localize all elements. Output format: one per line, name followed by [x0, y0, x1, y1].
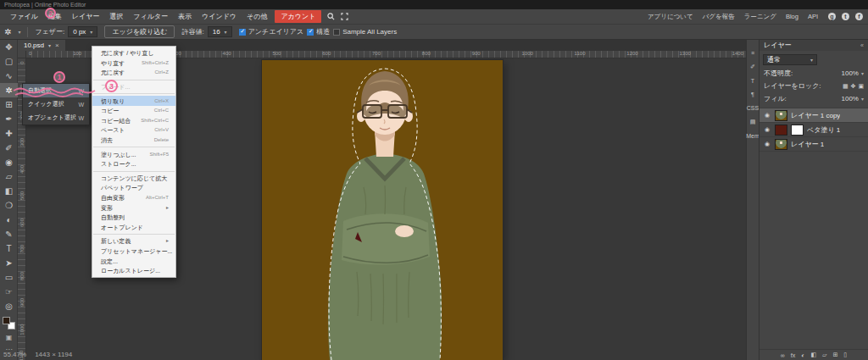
edit-menu-item[interactable]: 切り取り Ctrl+X: [92, 96, 175, 106]
zoom-level[interactable]: 55.47%: [3, 351, 26, 358]
edit-menu-item[interactable]: コピー Ctrl+C: [92, 106, 175, 116]
social-twitter[interactable]: t: [842, 13, 849, 20]
edit-menu-item[interactable]: 自由変形 Alt+Ctrl+T: [92, 193, 175, 203]
tool-path-select[interactable]: ➤: [0, 256, 18, 270]
tool-magic-wand[interactable]: ✲: [0, 83, 18, 97]
folder-icon[interactable]: ▱: [822, 352, 826, 358]
mask-icon[interactable]: ◧: [810, 352, 816, 358]
edit-menu-item[interactable]: 自動整列: [92, 213, 175, 223]
tool-zoom[interactable]: ◎: [0, 299, 18, 313]
layer-thumbnail[interactable]: [775, 125, 787, 136]
effects-icon[interactable]: fx: [791, 352, 795, 358]
menubar-link[interactable]: アプリについて: [648, 13, 693, 21]
flyout-tool-item[interactable]: 自動選択 W: [23, 84, 89, 97]
edit-menu-item[interactable]: 元に戻す Ctrl+Z: [92, 68, 175, 78]
blend-mode-select[interactable]: 通常: [763, 54, 817, 65]
menubar-item[interactable]: 表示: [173, 12, 197, 21]
menubar-link[interactable]: API: [808, 13, 818, 20]
options-checkbox[interactable]: 構造: [307, 27, 330, 36]
tool-hand[interactable]: ☞: [0, 285, 18, 299]
edit-menu-item[interactable]: [93, 93, 175, 94]
tool-brush[interactable]: ✐: [0, 141, 18, 155]
visibility-eye-icon[interactable]: [763, 112, 771, 119]
refine-edge-button[interactable]: エッジを絞り込む: [104, 25, 175, 38]
tool-clone-stamp[interactable]: ◉: [0, 155, 18, 169]
panel-tab-history[interactable]: ≡: [751, 50, 754, 56]
tool-pen[interactable]: ✎: [0, 227, 18, 241]
tool-healing[interactable]: ✚: [0, 126, 18, 141]
panel-tab-css[interactable]: CSS: [747, 105, 759, 111]
opacity-value[interactable]: 100%: [842, 69, 864, 77]
menubar-item[interactable]: ファイル: [5, 12, 43, 21]
social-facebook[interactable]: f: [855, 13, 863, 20]
link-icon[interactable]: ∞: [781, 352, 785, 358]
menubar-link[interactable]: Blog: [786, 13, 798, 20]
menubar-item[interactable]: ウインドウ: [197, 12, 242, 21]
flyout-tool-item[interactable]: クイック選択 W: [23, 97, 89, 111]
edit-menu-item[interactable]: [93, 147, 175, 147]
edit-menu-item[interactable]: プリセットマネージャー...: [92, 246, 175, 257]
layer-mask-thumbnail[interactable]: [791, 125, 804, 136]
edit-menu-item[interactable]: 元に戻す / やり直し: [92, 48, 175, 58]
visibility-eye-icon[interactable]: [763, 141, 771, 147]
lock-all-icon[interactable]: ▣: [858, 83, 864, 90]
flyout-tool-item[interactable]: オブジェクト選択 W: [23, 111, 89, 125]
edit-menu-item[interactable]: ペースト Ctrl+V: [92, 125, 175, 136]
tool-crop[interactable]: ⊞: [0, 97, 18, 112]
fullscreen-icon[interactable]: [341, 13, 348, 20]
menubar-item[interactable]: レイヤー: [67, 12, 105, 21]
new-layer-icon[interactable]: ⊞: [832, 352, 837, 358]
search-icon[interactable]: [327, 13, 335, 20]
edit-menu-item[interactable]: 変形: [92, 202, 175, 213]
tool-eyedropper[interactable]: ✒: [0, 112, 18, 126]
panel-tab-notes[interactable]: ▤: [750, 119, 756, 125]
edit-menu-item[interactable]: コンテンツに応じて拡大: [92, 174, 175, 184]
visibility-eye-icon[interactable]: [763, 126, 771, 133]
edit-menu-item[interactable]: [93, 234, 175, 235]
options-checkbox[interactable]: Sample All Layers: [333, 28, 397, 36]
delete-layer-icon[interactable]: ▯: [843, 352, 847, 358]
edit-menu-item[interactable]: ローカルストレージ...: [92, 266, 175, 276]
layer-thumbnail[interactable]: [775, 139, 787, 150]
tab-close-icon[interactable]: ×: [55, 42, 59, 49]
panel-collapse-icon[interactable]: «: [860, 42, 864, 48]
panel-tab-paragraph[interactable]: ¶: [751, 91, 754, 97]
menubar-item[interactable]: 選択: [104, 12, 128, 21]
edit-menu-item[interactable]: 新しい定義: [92, 236, 175, 246]
tool-preset-caret-icon[interactable]: ▾: [18, 29, 20, 35]
quick-mask-icon[interactable]: ▣: [0, 331, 18, 343]
edit-menu-item[interactable]: オートブレンド: [92, 223, 175, 233]
panel-tab-character[interactable]: T: [751, 78, 754, 84]
tool-move[interactable]: ✥: [0, 40, 18, 54]
account-button[interactable]: アカウント: [275, 10, 321, 23]
adjustment-icon[interactable]: ◐: [801, 352, 804, 358]
tool-type[interactable]: T: [0, 241, 18, 256]
layer-thumbnail[interactable]: [775, 110, 787, 121]
menubar-link[interactable]: バグを報告: [703, 13, 735, 21]
edit-menu-item[interactable]: ストローク...: [92, 159, 175, 169]
options-checkbox[interactable]: アンチエイリアス: [239, 27, 304, 36]
feather-value[interactable]: 0 px: [68, 26, 97, 37]
edit-menu-item[interactable]: [93, 80, 175, 80]
menubar-item[interactable]: フィルター: [128, 12, 173, 21]
edit-menu-item[interactable]: 設定...: [92, 256, 175, 266]
color-swatches[interactable]: [3, 317, 15, 330]
fill-value[interactable]: 100%: [842, 95, 864, 102]
layer-row[interactable]: ベタ塗り 1: [760, 123, 868, 137]
edit-menu-item[interactable]: 消去 Delete: [92, 136, 175, 146]
layer-row[interactable]: レイヤー 1 copy: [760, 108, 868, 123]
tool-lasso[interactable]: ∿: [0, 69, 18, 83]
edit-menu-item[interactable]: [93, 171, 175, 172]
tool-blur[interactable]: ❍: [0, 198, 18, 213]
tool-marquee[interactable]: ▢: [0, 54, 18, 69]
document-canvas[interactable]: [262, 60, 503, 360]
tool-shape[interactable]: ▭: [0, 270, 18, 285]
document-tab[interactable]: 10.psd ▾ ×: [18, 40, 65, 51]
tool-dodge[interactable]: ◐: [0, 213, 18, 227]
panel-tab-memory[interactable]: Mem: [746, 133, 760, 139]
lock-transparency-icon[interactable]: ▦: [843, 83, 849, 90]
edit-menu-item[interactable]: やり直す Shift+Ctrl+Z: [92, 58, 175, 69]
edit-menu-item[interactable]: パペットワープ: [92, 183, 175, 193]
edit-menu-item[interactable]: 塗りつぶし... Shift+F5: [92, 149, 175, 159]
foreground-color-swatch[interactable]: [3, 317, 10, 324]
